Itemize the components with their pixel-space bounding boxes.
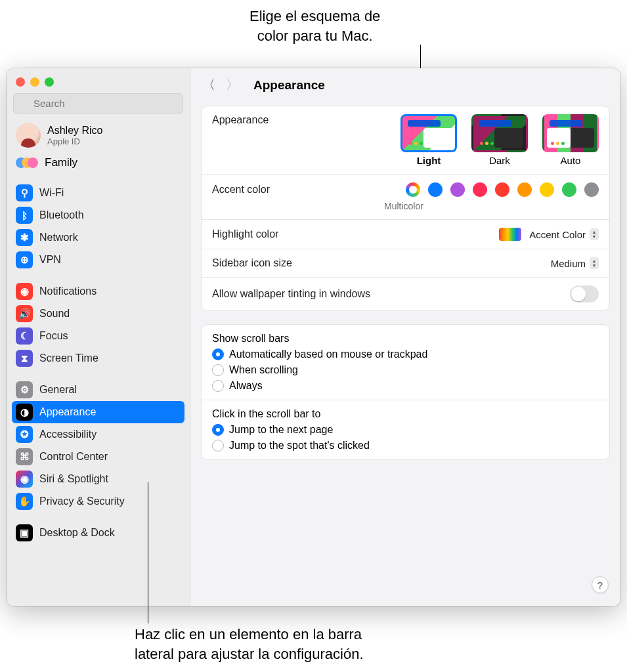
scrollclick-opt-spot[interactable]: Jump to the spot that's clicked bbox=[212, 440, 599, 452]
sidebar-item-network[interactable]: ✱ Network bbox=[7, 226, 190, 249]
wallpaper-tint-label: Allow wallpaper tinting in windows bbox=[212, 288, 370, 300]
apple-id-row[interactable]: Ashley Rico Apple ID bbox=[7, 119, 190, 152]
chevron-updown-icon: ▴▾ bbox=[590, 228, 599, 240]
theme-thumb-auto bbox=[542, 114, 599, 152]
accent-red[interactable] bbox=[495, 182, 509, 197]
appearance-panel: Appearance Light bbox=[201, 106, 610, 311]
highlight-label: Highlight color bbox=[212, 228, 278, 240]
sidebar-item-vpn[interactable]: ⊕ VPN bbox=[7, 249, 190, 271]
controlcenter-icon: ⌘ bbox=[16, 448, 33, 465]
accent-selected-name: Multicolor bbox=[384, 201, 599, 211]
window-controls bbox=[7, 68, 190, 93]
radio-icon bbox=[212, 440, 224, 452]
sidebar-item-sound[interactable]: 🔊 Sound bbox=[7, 303, 190, 325]
wallpaper-tint-toggle[interactable] bbox=[570, 285, 599, 303]
family-row[interactable]: Family bbox=[7, 152, 190, 177]
vpn-icon: ⊕ bbox=[16, 251, 33, 268]
radio-icon bbox=[212, 380, 224, 392]
appearance-label: Appearance bbox=[212, 114, 269, 126]
scrollbars-opt-always[interactable]: Always bbox=[212, 380, 599, 392]
sidebar-item-focus[interactable]: ☾ Focus bbox=[7, 325, 190, 347]
accent-purple[interactable] bbox=[450, 182, 465, 197]
bluetooth-icon: ᛒ bbox=[16, 207, 33, 224]
sidebar-item-accessibility[interactable]: ✪ Accessibility bbox=[7, 423, 190, 446]
back-button[interactable]: 〈 bbox=[202, 76, 215, 94]
network-icon: ✱ bbox=[16, 229, 33, 246]
screentime-icon: ⧗ bbox=[16, 350, 33, 367]
accent-orange[interactable] bbox=[517, 182, 532, 197]
scrollbars-opt-when[interactable]: When scrolling bbox=[212, 364, 599, 376]
chevron-updown-icon: ▴▾ bbox=[590, 257, 599, 269]
sidebar: ⌕ Ashley Rico Apple ID Family ⚲ Wi-Fi ᛒ … bbox=[7, 68, 190, 606]
accent-yellow[interactable] bbox=[540, 182, 554, 197]
focus-icon: ☾ bbox=[16, 327, 33, 345]
appearance-option-dark[interactable]: Dark bbox=[471, 114, 528, 166]
sidebar-item-wifi[interactable]: ⚲ Wi-Fi bbox=[7, 182, 190, 204]
callout-line-sidebar bbox=[148, 482, 148, 623]
page-title: Appearance bbox=[253, 78, 325, 93]
content-pane: 〈 〉 Appearance Appearance Light bbox=[190, 68, 620, 606]
settings-window: ⌕ Ashley Rico Apple ID Family ⚲ Wi-Fi ᛒ … bbox=[7, 68, 620, 606]
wifi-icon: ⚲ bbox=[16, 184, 33, 201]
theme-thumb-dark bbox=[471, 114, 528, 152]
theme-thumb-light bbox=[400, 114, 457, 152]
sidebar-item-privacy[interactable]: ✋ Privacy & Security bbox=[7, 490, 190, 513]
search-container: ⌕ bbox=[7, 93, 190, 119]
scrollbars-opt-auto[interactable]: Automatically based on mouse or trackpad bbox=[212, 348, 599, 360]
highlight-select[interactable]: Accent Color ▴▾ bbox=[499, 228, 599, 241]
scrollclick-opt-next[interactable]: Jump to the next page bbox=[212, 424, 599, 436]
sidebar-icon-select[interactable]: Medium ▴▾ bbox=[551, 257, 599, 269]
sidebar-item-desktop[interactable]: ▣ Desktop & Dock bbox=[7, 522, 190, 544]
search-input[interactable] bbox=[13, 93, 183, 114]
sidebar-icon-label: Sidebar icon size bbox=[212, 257, 292, 269]
scrollclick-title: Click in the scroll bar to bbox=[212, 408, 599, 420]
appearance-option-light[interactable]: Light bbox=[400, 114, 457, 166]
accent-label: Accent color bbox=[212, 184, 270, 196]
accent-blue[interactable] bbox=[428, 182, 443, 197]
minimize-button[interactable] bbox=[30, 77, 39, 87]
family-icon bbox=[16, 156, 38, 170]
accent-green[interactable] bbox=[562, 182, 576, 197]
account-name: Ashley Rico bbox=[47, 125, 102, 136]
sound-icon: 🔊 bbox=[16, 305, 33, 322]
accessibility-icon: ✪ bbox=[16, 426, 33, 443]
account-sub: Apple ID bbox=[47, 136, 102, 146]
scrollbars-title: Show scroll bars bbox=[212, 333, 599, 345]
sidebar-item-controlcenter[interactable]: ⌘ Control Center bbox=[7, 446, 190, 468]
desktop-icon: ▣ bbox=[16, 524, 33, 541]
sidebar-item-screentime[interactable]: ⧗ Screen Time bbox=[7, 347, 190, 369]
highlight-swatch-icon bbox=[499, 228, 521, 241]
accent-pink[interactable] bbox=[473, 182, 487, 197]
callout-bottom: Haz clic en un elemento en la barra late… bbox=[135, 625, 364, 663]
sidebar-item-general[interactable]: ⚙ General bbox=[7, 379, 190, 401]
toolbar: 〈 〉 Appearance bbox=[190, 68, 620, 102]
privacy-icon: ✋ bbox=[16, 493, 33, 510]
notifications-icon: ◉ bbox=[16, 283, 33, 300]
avatar bbox=[16, 123, 41, 148]
sidebar-item-siri[interactable]: ◉ Siri & Spotlight bbox=[7, 468, 190, 490]
accent-color-picker bbox=[406, 182, 599, 197]
siri-icon: ◉ bbox=[16, 471, 33, 488]
accent-graphite[interactable] bbox=[584, 182, 599, 197]
radio-icon bbox=[212, 424, 224, 436]
sidebar-item-appearance[interactable]: ◑ Appearance bbox=[12, 401, 184, 423]
help-button[interactable]: ? bbox=[592, 576, 609, 593]
general-icon: ⚙ bbox=[16, 381, 33, 398]
close-button[interactable] bbox=[16, 77, 25, 87]
sidebar-item-notifications[interactable]: ◉ Notifications bbox=[7, 280, 190, 303]
fullscreen-button[interactable] bbox=[45, 77, 54, 87]
radio-icon bbox=[212, 348, 224, 360]
scroll-panel: Show scroll bars Automatically based on … bbox=[201, 324, 610, 460]
appearance-option-auto[interactable]: Auto bbox=[542, 114, 599, 166]
accent-multicolor[interactable] bbox=[406, 182, 420, 197]
forward-button[interactable]: 〉 bbox=[226, 76, 239, 94]
sidebar-item-bluetooth[interactable]: ᛒ Bluetooth bbox=[7, 204, 190, 226]
appearance-options: Light Dark Auto bbox=[400, 114, 599, 166]
callout-top: Elige el esquema de color para tu Mac. bbox=[249, 7, 380, 45]
radio-icon bbox=[212, 364, 224, 376]
family-label: Family bbox=[45, 156, 77, 169]
appearance-icon: ◑ bbox=[16, 404, 33, 421]
